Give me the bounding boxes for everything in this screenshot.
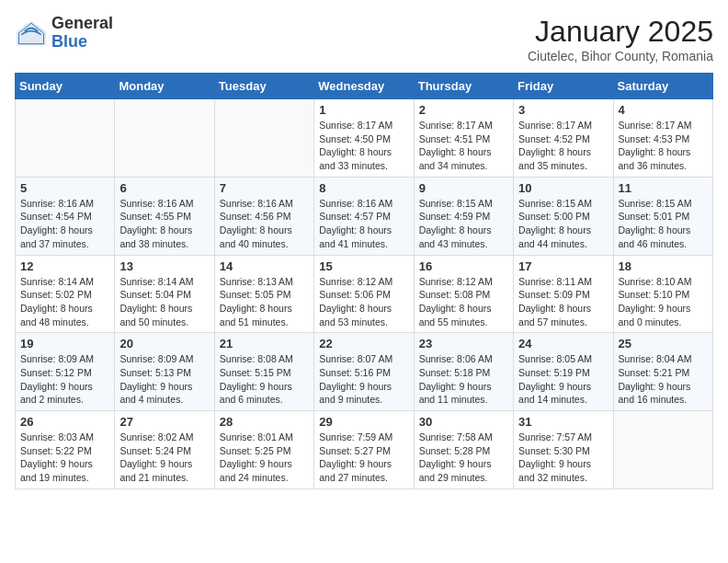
day-info: Sunrise: 7:58 AM Sunset: 5:28 PM Dayligh… [419,431,508,485]
calendar-empty-cell [214,99,313,178]
day-info: Sunrise: 8:17 AM Sunset: 4:51 PM Dayligh… [419,119,508,173]
calendar-day-cell: 29Sunrise: 7:59 AM Sunset: 5:27 PM Dayli… [314,411,414,489]
day-info: Sunrise: 8:01 AM Sunset: 5:25 PM Dayligh… [220,431,309,485]
day-info: Sunrise: 8:07 AM Sunset: 5:16 PM Dayligh… [319,352,408,407]
calendar-day-cell: 15Sunrise: 8:12 AM Sunset: 5:06 PM Dayli… [314,255,414,333]
calendar-day-cell: 8Sunrise: 8:16 AM Sunset: 4:57 PM Daylig… [314,177,414,255]
calendar-day-cell: 16Sunrise: 8:12 AM Sunset: 5:08 PM Dayli… [414,255,513,333]
calendar-empty-cell [16,99,115,178]
day-header-monday: Monday [115,74,214,99]
day-info: Sunrise: 8:04 AM Sunset: 5:21 PM Dayligh… [619,352,708,407]
day-info: Sunrise: 8:15 AM Sunset: 5:01 PM Dayligh… [619,197,708,251]
day-number: 18 [619,259,708,273]
calendar-day-cell: 7Sunrise: 8:16 AM Sunset: 4:56 PM Daylig… [214,177,313,255]
calendar-day-cell: 27Sunrise: 8:02 AM Sunset: 5:24 PM Dayli… [115,411,214,489]
day-info: Sunrise: 8:10 AM Sunset: 5:10 PM Dayligh… [619,275,708,329]
day-header-saturday: Saturday [613,74,712,99]
day-number: 24 [518,337,608,350]
day-header-wednesday: Wednesday [314,74,414,99]
day-info: Sunrise: 8:17 AM Sunset: 4:53 PM Dayligh… [619,119,708,173]
calendar-week-row: 5Sunrise: 8:16 AM Sunset: 4:54 PM Daylig… [16,177,713,255]
calendar-week-row: 26Sunrise: 8:03 AM Sunset: 5:22 PM Dayli… [16,411,713,489]
calendar-day-cell: 6Sunrise: 8:16 AM Sunset: 4:55 PM Daylig… [115,177,214,255]
calendar-week-row: 1Sunrise: 8:17 AM Sunset: 4:50 PM Daylig… [16,99,713,178]
calendar-week-row: 12Sunrise: 8:14 AM Sunset: 5:02 PM Dayli… [16,255,713,333]
calendar-day-cell: 21Sunrise: 8:08 AM Sunset: 5:15 PM Dayli… [214,333,313,411]
day-header-tuesday: Tuesday [214,74,313,99]
logo-icon [15,17,48,50]
day-number: 9 [419,181,508,195]
day-info: Sunrise: 7:59 AM Sunset: 5:27 PM Dayligh… [319,431,408,485]
day-number: 13 [119,259,209,273]
day-header-thursday: Thursday [414,74,513,99]
calendar-empty-cell [613,411,712,489]
day-info: Sunrise: 8:06 AM Sunset: 5:18 PM Dayligh… [419,352,508,407]
day-number: 30 [419,415,508,429]
day-number: 19 [20,337,109,350]
day-number: 1 [319,103,408,117]
calendar-day-cell: 23Sunrise: 8:06 AM Sunset: 5:18 PM Dayli… [414,333,513,411]
day-info: Sunrise: 8:09 AM Sunset: 5:12 PM Dayligh… [20,352,109,407]
calendar-day-cell: 17Sunrise: 8:11 AM Sunset: 5:09 PM Dayli… [514,255,613,333]
day-info: Sunrise: 8:08 AM Sunset: 5:15 PM Dayligh… [220,352,309,407]
calendar-day-cell: 28Sunrise: 8:01 AM Sunset: 5:25 PM Dayli… [214,411,313,489]
calendar-day-cell: 26Sunrise: 8:03 AM Sunset: 5:22 PM Dayli… [16,411,115,489]
logo: General Blue [15,15,113,52]
day-number: 11 [619,181,708,195]
day-number: 20 [119,337,209,350]
calendar-day-cell: 10Sunrise: 8:15 AM Sunset: 5:00 PM Dayli… [514,177,613,255]
day-header-friday: Friday [514,74,613,99]
day-number: 6 [119,181,209,195]
day-number: 28 [220,415,309,429]
day-info: Sunrise: 8:14 AM Sunset: 5:04 PM Dayligh… [119,275,209,329]
day-number: 12 [20,259,109,273]
logo-text: General Blue [51,15,113,52]
calendar-day-cell: 12Sunrise: 8:14 AM Sunset: 5:02 PM Dayli… [16,255,115,333]
day-info: Sunrise: 8:17 AM Sunset: 4:52 PM Dayligh… [518,119,608,173]
calendar-day-cell: 19Sunrise: 8:09 AM Sunset: 5:12 PM Dayli… [16,333,115,411]
day-number: 22 [319,337,408,350]
title-block: January 2025 Ciutelec, Bihor County, Rom… [528,15,713,63]
day-number: 25 [619,337,708,350]
calendar-day-cell: 4Sunrise: 8:17 AM Sunset: 4:53 PM Daylig… [613,99,712,178]
day-number: 8 [319,181,408,195]
day-info: Sunrise: 8:17 AM Sunset: 4:50 PM Dayligh… [319,119,408,173]
day-info: Sunrise: 8:16 AM Sunset: 4:54 PM Dayligh… [20,197,109,251]
day-info: Sunrise: 8:12 AM Sunset: 5:08 PM Dayligh… [419,275,508,329]
calendar-day-cell: 3Sunrise: 8:17 AM Sunset: 4:52 PM Daylig… [514,99,613,178]
calendar-day-cell: 24Sunrise: 8:05 AM Sunset: 5:19 PM Dayli… [514,333,613,411]
calendar-week-row: 19Sunrise: 8:09 AM Sunset: 5:12 PM Dayli… [16,333,713,411]
day-number: 10 [518,181,608,195]
day-info: Sunrise: 8:02 AM Sunset: 5:24 PM Dayligh… [119,431,209,485]
logo-blue: Blue [51,33,113,52]
day-info: Sunrise: 8:15 AM Sunset: 4:59 PM Dayligh… [419,197,508,251]
calendar-day-cell: 13Sunrise: 8:14 AM Sunset: 5:04 PM Dayli… [115,255,214,333]
day-info: Sunrise: 8:11 AM Sunset: 5:09 PM Dayligh… [518,275,608,329]
day-info: Sunrise: 8:16 AM Sunset: 4:57 PM Dayligh… [319,197,408,251]
day-header-sunday: Sunday [16,74,115,99]
day-number: 21 [220,337,309,350]
month-title: January 2025 [528,15,713,49]
day-info: Sunrise: 8:16 AM Sunset: 4:55 PM Dayligh… [119,197,209,251]
calendar-empty-cell [115,99,214,178]
calendar-day-cell: 22Sunrise: 8:07 AM Sunset: 5:16 PM Dayli… [314,333,414,411]
day-number: 15 [319,259,408,273]
calendar-header-row: SundayMondayTuesdayWednesdayThursdayFrid… [16,74,713,99]
day-number: 14 [220,259,309,273]
day-number: 31 [518,415,608,429]
day-info: Sunrise: 8:05 AM Sunset: 5:19 PM Dayligh… [518,352,608,407]
calendar-day-cell: 11Sunrise: 8:15 AM Sunset: 5:01 PM Dayli… [613,177,712,255]
calendar-day-cell: 5Sunrise: 8:16 AM Sunset: 4:54 PM Daylig… [16,177,115,255]
day-number: 27 [119,415,209,429]
calendar-day-cell: 1Sunrise: 8:17 AM Sunset: 4:50 PM Daylig… [314,99,414,178]
day-info: Sunrise: 8:09 AM Sunset: 5:13 PM Dayligh… [119,352,209,407]
day-number: 17 [518,259,608,273]
location-subtitle: Ciutelec, Bihor County, Romania [528,49,713,63]
day-number: 23 [419,337,508,350]
calendar-table: SundayMondayTuesdayWednesdayThursdayFrid… [15,73,713,489]
calendar-day-cell: 2Sunrise: 8:17 AM Sunset: 4:51 PM Daylig… [414,99,513,178]
day-info: Sunrise: 8:15 AM Sunset: 5:00 PM Dayligh… [518,197,608,251]
calendar-day-cell: 14Sunrise: 8:13 AM Sunset: 5:05 PM Dayli… [214,255,313,333]
day-number: 4 [619,103,708,117]
calendar-day-cell: 18Sunrise: 8:10 AM Sunset: 5:10 PM Dayli… [613,255,712,333]
